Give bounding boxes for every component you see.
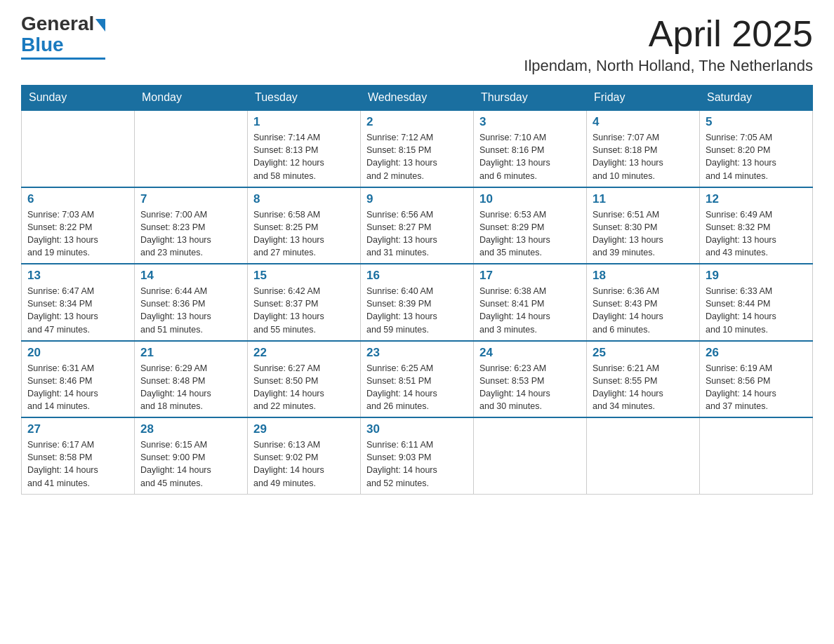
weekday-header-monday: Monday — [135, 86, 248, 111]
calendar-cell: 6Sunrise: 7:03 AMSunset: 8:22 PMDaylight… — [22, 187, 135, 264]
logo-blue-row: Blue — [21, 34, 64, 56]
day-number: 20 — [27, 346, 128, 360]
day-info: Sunrise: 7:07 AMSunset: 8:18 PMDaylight:… — [593, 131, 694, 182]
calendar-cell: 20Sunrise: 6:31 AMSunset: 8:46 PMDayligh… — [22, 341, 135, 418]
day-info: Sunrise: 6:38 AMSunset: 8:41 PMDaylight:… — [479, 285, 581, 336]
day-number: 27 — [27, 422, 128, 436]
day-info: Sunrise: 6:51 AMSunset: 8:30 PMDaylight:… — [593, 208, 694, 260]
weekday-header-sunday: Sunday — [22, 86, 135, 111]
calendar-cell: 22Sunrise: 6:27 AMSunset: 8:50 PMDayligh… — [248, 341, 361, 418]
day-info: Sunrise: 6:27 AMSunset: 8:50 PMDaylight:… — [253, 362, 355, 413]
calendar-cell: 16Sunrise: 6:40 AMSunset: 8:39 PMDayligh… — [361, 264, 474, 341]
calendar-cell: 15Sunrise: 6:42 AMSunset: 8:37 PMDayligh… — [248, 264, 361, 341]
calendar-cell: 8Sunrise: 6:58 AMSunset: 8:25 PMDaylight… — [248, 187, 361, 264]
location-title: Ilpendam, North Holland, The Netherlands — [524, 57, 813, 75]
day-number: 19 — [706, 269, 807, 283]
day-number: 3 — [479, 115, 581, 129]
calendar-cell: 9Sunrise: 6:56 AMSunset: 8:27 PMDaylight… — [361, 187, 474, 264]
day-number: 28 — [140, 422, 241, 436]
day-info: Sunrise: 6:58 AMSunset: 8:25 PMDaylight:… — [253, 208, 355, 260]
calendar-cell — [474, 417, 587, 494]
day-number: 21 — [140, 346, 241, 360]
calendar-cell — [587, 417, 700, 494]
day-info: Sunrise: 6:56 AMSunset: 8:27 PMDaylight:… — [366, 208, 468, 260]
calendar-cell: 27Sunrise: 6:17 AMSunset: 8:58 PMDayligh… — [22, 417, 135, 494]
day-info: Sunrise: 6:47 AMSunset: 8:34 PMDaylight:… — [27, 285, 128, 336]
day-number: 26 — [706, 346, 807, 360]
day-number: 14 — [140, 269, 241, 283]
week-row-2: 6Sunrise: 7:03 AMSunset: 8:22 PMDaylight… — [22, 187, 813, 264]
weekday-header-thursday: Thursday — [474, 86, 587, 111]
calendar-cell: 18Sunrise: 6:36 AMSunset: 8:43 PMDayligh… — [587, 264, 700, 341]
day-info: Sunrise: 6:33 AMSunset: 8:44 PMDaylight:… — [706, 285, 807, 336]
logo-text: General — [21, 14, 105, 34]
week-row-1: 1Sunrise: 7:14 AMSunset: 8:13 PMDaylight… — [22, 110, 813, 187]
day-number: 23 — [366, 346, 468, 360]
calendar-cell: 3Sunrise: 7:10 AMSunset: 8:16 PMDaylight… — [474, 110, 587, 187]
logo-triangle-icon — [95, 19, 105, 32]
calendar-cell: 1Sunrise: 7:14 AMSunset: 8:13 PMDaylight… — [248, 110, 361, 187]
day-info: Sunrise: 7:12 AMSunset: 8:15 PMDaylight:… — [366, 131, 468, 182]
day-number: 30 — [366, 422, 468, 436]
day-info: Sunrise: 6:25 AMSunset: 8:51 PMDaylight:… — [366, 362, 468, 413]
day-info: Sunrise: 6:15 AMSunset: 9:00 PMDaylight:… — [140, 438, 241, 490]
day-info: Sunrise: 6:13 AMSunset: 9:02 PMDaylight:… — [253, 438, 355, 490]
page-header: General Blue April 2025 Ilpendam, North … — [21, 14, 813, 75]
weekday-header-row: SundayMondayTuesdayWednesdayThursdayFrid… — [22, 86, 813, 111]
day-number: 7 — [140, 192, 241, 206]
week-row-4: 20Sunrise: 6:31 AMSunset: 8:46 PMDayligh… — [22, 341, 813, 418]
day-number: 2 — [366, 115, 468, 129]
day-number: 24 — [479, 346, 581, 360]
day-number: 25 — [593, 346, 694, 360]
day-info: Sunrise: 6:44 AMSunset: 8:36 PMDaylight:… — [140, 285, 241, 336]
day-number: 22 — [253, 346, 355, 360]
calendar-cell: 5Sunrise: 7:05 AMSunset: 8:20 PMDaylight… — [700, 110, 813, 187]
day-info: Sunrise: 7:03 AMSunset: 8:22 PMDaylight:… — [27, 208, 128, 260]
weekday-header-wednesday: Wednesday — [361, 86, 474, 111]
calendar-cell: 7Sunrise: 7:00 AMSunset: 8:23 PMDaylight… — [135, 187, 248, 264]
calendar-cell: 28Sunrise: 6:15 AMSunset: 9:00 PMDayligh… — [135, 417, 248, 494]
day-info: Sunrise: 7:14 AMSunset: 8:13 PMDaylight:… — [253, 131, 355, 182]
weekday-header-tuesday: Tuesday — [248, 86, 361, 111]
day-info: Sunrise: 6:17 AMSunset: 8:58 PMDaylight:… — [27, 438, 128, 490]
calendar-cell: 19Sunrise: 6:33 AMSunset: 8:44 PMDayligh… — [700, 264, 813, 341]
day-number: 4 — [593, 115, 694, 129]
calendar-cell — [700, 417, 813, 494]
day-number: 29 — [253, 422, 355, 436]
day-info: Sunrise: 6:49 AMSunset: 8:32 PMDaylight:… — [706, 208, 807, 260]
weekday-header-saturday: Saturday — [700, 86, 813, 111]
calendar-cell — [135, 110, 248, 187]
day-info: Sunrise: 7:10 AMSunset: 8:16 PMDaylight:… — [479, 131, 581, 182]
day-number: 17 — [479, 269, 581, 283]
calendar-cell: 4Sunrise: 7:07 AMSunset: 8:18 PMDaylight… — [587, 110, 700, 187]
day-number: 12 — [706, 192, 807, 206]
title-section: April 2025 Ilpendam, North Holland, The … — [524, 14, 813, 75]
calendar-cell: 30Sunrise: 6:11 AMSunset: 9:03 PMDayligh… — [361, 417, 474, 494]
calendar-cell: 21Sunrise: 6:29 AMSunset: 8:48 PMDayligh… — [135, 341, 248, 418]
calendar-cell: 17Sunrise: 6:38 AMSunset: 8:41 PMDayligh… — [474, 264, 587, 341]
week-row-3: 13Sunrise: 6:47 AMSunset: 8:34 PMDayligh… — [22, 264, 813, 341]
day-info: Sunrise: 6:11 AMSunset: 9:03 PMDaylight:… — [366, 438, 468, 490]
calendar-cell: 10Sunrise: 6:53 AMSunset: 8:29 PMDayligh… — [474, 187, 587, 264]
month-title: April 2025 — [524, 14, 813, 54]
calendar-cell: 25Sunrise: 6:21 AMSunset: 8:55 PMDayligh… — [587, 341, 700, 418]
logo-underline — [21, 58, 105, 60]
day-number: 16 — [366, 269, 468, 283]
day-info: Sunrise: 6:29 AMSunset: 8:48 PMDaylight:… — [140, 362, 241, 413]
day-info: Sunrise: 7:00 AMSunset: 8:23 PMDaylight:… — [140, 208, 241, 260]
day-number: 8 — [253, 192, 355, 206]
day-number: 11 — [593, 192, 694, 206]
calendar-cell: 24Sunrise: 6:23 AMSunset: 8:53 PMDayligh… — [474, 341, 587, 418]
calendar-cell: 13Sunrise: 6:47 AMSunset: 8:34 PMDayligh… — [22, 264, 135, 341]
logo-blue-text: Blue — [21, 34, 64, 56]
day-number: 9 — [366, 192, 468, 206]
calendar-cell: 11Sunrise: 6:51 AMSunset: 8:30 PMDayligh… — [587, 187, 700, 264]
day-number: 13 — [27, 269, 128, 283]
day-info: Sunrise: 6:31 AMSunset: 8:46 PMDaylight:… — [27, 362, 128, 413]
calendar-cell — [22, 110, 135, 187]
logo-general-text: General — [21, 14, 94, 34]
day-number: 6 — [27, 192, 128, 206]
day-info: Sunrise: 6:40 AMSunset: 8:39 PMDaylight:… — [366, 285, 468, 336]
calendar-cell: 23Sunrise: 6:25 AMSunset: 8:51 PMDayligh… — [361, 341, 474, 418]
week-row-5: 27Sunrise: 6:17 AMSunset: 8:58 PMDayligh… — [22, 417, 813, 494]
